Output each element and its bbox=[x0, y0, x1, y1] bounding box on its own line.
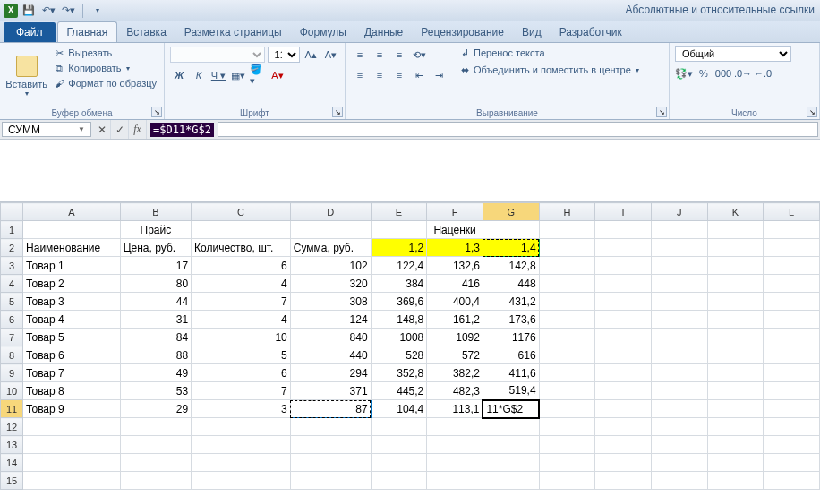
cell[interactable] bbox=[707, 329, 764, 346]
cell[interactable]: 294 bbox=[290, 364, 371, 382]
cell[interactable] bbox=[764, 257, 820, 275]
cell[interactable]: 411,6 bbox=[483, 364, 539, 382]
cell[interactable]: 29 bbox=[120, 400, 191, 418]
cell[interactable] bbox=[651, 382, 707, 400]
cell[interactable] bbox=[595, 418, 652, 436]
cell[interactable] bbox=[595, 382, 652, 400]
cell[interactable] bbox=[371, 418, 427, 436]
cell[interactable] bbox=[539, 382, 595, 400]
cell[interactable] bbox=[651, 293, 707, 311]
cell[interactable] bbox=[539, 221, 595, 239]
cell[interactable]: 1,2 bbox=[371, 239, 427, 257]
row-header[interactable]: 15 bbox=[1, 472, 23, 490]
col-header[interactable]: L bbox=[764, 203, 820, 221]
cell[interactable]: 3 bbox=[192, 400, 291, 418]
number-launcher[interactable]: ↘ bbox=[807, 107, 817, 117]
col-header[interactable]: E bbox=[371, 203, 427, 221]
row-header[interactable]: 14 bbox=[1, 454, 23, 472]
cell[interactable]: 840 bbox=[290, 329, 371, 346]
cell[interactable]: 80 bbox=[120, 275, 191, 293]
tab-home[interactable]: Главная bbox=[57, 21, 118, 42]
cell[interactable] bbox=[192, 472, 291, 490]
cell[interactable]: 104,4 bbox=[371, 400, 427, 418]
col-header[interactable]: G bbox=[483, 203, 539, 221]
cell[interactable] bbox=[707, 293, 764, 311]
cell[interactable] bbox=[595, 329, 652, 346]
cell[interactable] bbox=[120, 418, 191, 436]
number-format-select[interactable]: Общий bbox=[675, 46, 791, 62]
tab-insert[interactable]: Вставка bbox=[117, 22, 175, 42]
cell[interactable] bbox=[651, 346, 707, 364]
cell[interactable] bbox=[539, 311, 595, 329]
row-header[interactable]: 11 bbox=[1, 400, 23, 418]
cell[interactable] bbox=[192, 436, 291, 454]
cell[interactable]: 7 bbox=[192, 293, 291, 311]
cell[interactable] bbox=[707, 382, 764, 400]
cell[interactable]: Наценки bbox=[427, 221, 483, 239]
cell[interactable]: 10 bbox=[192, 329, 291, 346]
tab-review[interactable]: Рецензирование bbox=[412, 22, 513, 42]
cell[interactable] bbox=[120, 436, 191, 454]
cell[interactable] bbox=[707, 472, 764, 490]
cell[interactable] bbox=[707, 239, 764, 257]
cell[interactable]: 17 bbox=[120, 257, 191, 275]
cell[interactable]: 1092 bbox=[427, 329, 483, 346]
cell[interactable] bbox=[595, 293, 652, 311]
cell[interactable] bbox=[595, 472, 652, 490]
cell[interactable] bbox=[23, 221, 121, 239]
cell[interactable] bbox=[707, 418, 764, 436]
cell[interactable] bbox=[651, 472, 707, 490]
font-color-button[interactable]: A▾ bbox=[269, 66, 286, 84]
cell[interactable]: Товар 5 bbox=[23, 329, 121, 346]
cell[interactable]: 1008 bbox=[371, 329, 427, 346]
row-header[interactable]: 12 bbox=[1, 418, 23, 436]
name-box[interactable]: СУММ ▼ bbox=[2, 122, 91, 137]
cell[interactable] bbox=[595, 239, 652, 257]
cell[interactable]: Наименование bbox=[23, 239, 121, 257]
cell[interactable]: Товар 9 bbox=[23, 400, 121, 418]
cell[interactable] bbox=[595, 400, 652, 418]
align-right-icon[interactable]: ≡ bbox=[390, 66, 408, 84]
cut-button[interactable]: ✂Вырезать bbox=[51, 46, 158, 60]
cell[interactable]: 352,8 bbox=[371, 364, 427, 382]
align-middle-icon[interactable]: ≡ bbox=[371, 46, 389, 64]
row-header[interactable]: 6 bbox=[1, 311, 23, 329]
cell[interactable] bbox=[707, 454, 764, 472]
cell[interactable] bbox=[539, 239, 595, 257]
cell[interactable] bbox=[595, 346, 652, 364]
cell[interactable] bbox=[371, 472, 427, 490]
cell[interactable]: Товар 2 bbox=[23, 275, 121, 293]
cell[interactable] bbox=[290, 221, 371, 239]
cell[interactable]: 173,6 bbox=[483, 311, 539, 329]
tab-formulas[interactable]: Формулы bbox=[291, 22, 355, 42]
cell[interactable] bbox=[539, 472, 595, 490]
cell[interactable] bbox=[427, 472, 483, 490]
comma-icon[interactable]: 000 bbox=[714, 64, 732, 82]
cell[interactable] bbox=[707, 257, 764, 275]
cell[interactable]: Цена, руб. bbox=[120, 239, 191, 257]
cell[interactable] bbox=[764, 346, 820, 364]
increase-decimal-icon[interactable]: .0→ bbox=[734, 64, 752, 82]
cell[interactable] bbox=[595, 454, 652, 472]
cell[interactable] bbox=[764, 400, 820, 418]
spreadsheet-grid[interactable]: A B C D E F G H I J K L 1ПрайсНаценки2На… bbox=[0, 202, 820, 490]
align-bottom-icon[interactable]: ≡ bbox=[390, 46, 408, 64]
fill-color-button[interactable]: 🪣▾ bbox=[249, 66, 267, 84]
cell[interactable]: Количество, шт. bbox=[192, 239, 291, 257]
cell[interactable] bbox=[539, 275, 595, 293]
cell[interactable] bbox=[651, 436, 707, 454]
cell[interactable] bbox=[427, 454, 483, 472]
formula-cancel-button[interactable]: ✕ bbox=[93, 120, 111, 139]
cell[interactable] bbox=[651, 418, 707, 436]
cell[interactable] bbox=[120, 454, 191, 472]
cell[interactable] bbox=[707, 275, 764, 293]
cell[interactable] bbox=[651, 239, 707, 257]
formula-input[interactable]: =$D11*G$2 bbox=[147, 120, 218, 139]
cell[interactable]: Товар 4 bbox=[23, 311, 121, 329]
format-painter-button[interactable]: 🖌Формат по образцу bbox=[51, 76, 158, 90]
row-header[interactable]: 5 bbox=[1, 293, 23, 311]
cell[interactable]: 1176 bbox=[483, 329, 539, 346]
cell[interactable]: Сумма, руб. bbox=[290, 239, 371, 257]
decrease-decimal-icon[interactable]: ←.0 bbox=[754, 64, 772, 82]
file-tab[interactable]: Файл bbox=[4, 22, 56, 42]
